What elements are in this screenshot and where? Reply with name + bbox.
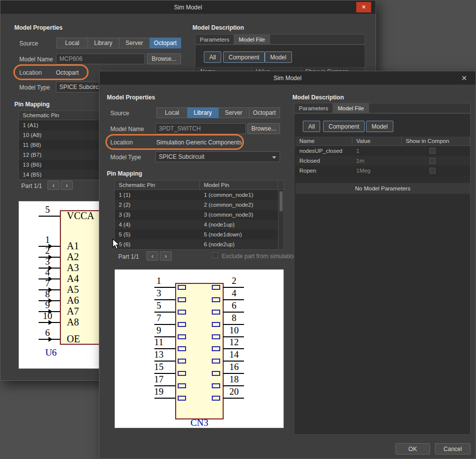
model-name-label: Model Name — [110, 126, 144, 133]
source-library-button[interactable]: Library — [188, 107, 218, 118]
screen: Sim Model ✕ Model Properties Source Loca… — [0, 0, 476, 459]
pin-number: 11 — [146, 337, 171, 347]
pin-pad — [212, 285, 220, 290]
column-name[interactable]: Name — [295, 137, 352, 145]
show-in-component-checkbox[interactable] — [429, 148, 435, 154]
previous-part-button[interactable]: ‹ — [146, 251, 158, 261]
table-header: Name Value Show in Compon — [295, 137, 470, 146]
column-value[interactable]: Value — [352, 137, 402, 145]
source-server-button[interactable]: Server — [219, 107, 249, 118]
pin-number: 9 — [146, 325, 171, 335]
pin-label: A4 — [67, 274, 79, 283]
titlebar[interactable]: Sim Model ✕ — [99, 71, 476, 85]
parameter-row[interactable]: Ropen 1Meg — [295, 166, 470, 176]
pin-pad — [212, 334, 220, 339]
source-octopart-button[interactable]: Octopart — [150, 38, 181, 48]
model-description-heading: Model Description — [292, 94, 344, 101]
source-label: Source — [110, 110, 129, 117]
table-row[interactable]: 3 (3) 3 (common_node3) — [115, 210, 284, 220]
parameter-row[interactable]: Rclosed 1m — [295, 156, 470, 166]
model-type-dropdown[interactable]: SPICE Subcircuit — [155, 151, 280, 162]
pin-label: VCCA — [67, 211, 95, 221]
show-in-component-checkbox[interactable] — [429, 158, 435, 164]
filter-all-button[interactable]: All — [303, 121, 320, 132]
model-type-label: Model Type — [19, 84, 50, 91]
pin-label: A2 — [67, 252, 79, 262]
pin-number: 18 — [222, 374, 246, 384]
pin-number: 5 — [146, 301, 171, 310]
close-icon[interactable]: ✕ — [459, 73, 470, 83]
tab-parameters[interactable]: Parameters — [294, 103, 333, 113]
model-properties-heading: Model Properties — [107, 94, 155, 101]
ok-button[interactable]: OK — [395, 443, 430, 455]
previous-part-button[interactable]: ‹ — [48, 181, 59, 190]
source-library-button[interactable]: Library — [88, 38, 119, 48]
tab-model-file[interactable]: Model File — [234, 35, 270, 44]
model-name-input[interactable]: 3PDT_SWITCH — [155, 123, 246, 134]
pin-number: 2 — [222, 276, 246, 285]
table-row[interactable]: 5 (5) 5 (node1down) — [115, 230, 284, 239]
description-tab-bar: Parameters Model File — [294, 103, 471, 113]
column-show-in-component[interactable]: Show in Compon — [402, 137, 470, 145]
pin-pad — [212, 396, 220, 401]
pin-mapping-heading: Pin Mapping — [107, 170, 142, 177]
pin-pad — [178, 371, 186, 376]
parameter-row[interactable]: nodesUP_closed 1 — [295, 146, 470, 156]
pin-pad — [212, 383, 220, 388]
pin-number: 7 — [37, 278, 58, 288]
model-name-label: Model Name — [19, 56, 53, 63]
filter-model-button[interactable]: Model — [366, 121, 393, 132]
column-schematic-pin[interactable]: Schematic Pin — [19, 111, 103, 120]
next-part-button[interactable]: › — [61, 181, 73, 190]
schematic-preview: 1 3 5 7 9 11 13 15 17 19 2 4 6 8 10 12 1… — [114, 269, 284, 428]
column-schematic-pin[interactable]: Schematic Pin — [115, 181, 200, 189]
pin-pad — [212, 371, 220, 376]
pin-pad — [178, 310, 186, 315]
pin-number: 4 — [222, 288, 246, 298]
titlebar[interactable]: Sim Model ✕ — [0, 0, 376, 14]
tab-model-file[interactable]: Model File — [333, 103, 369, 113]
browse-button[interactable]: Browse... — [147, 53, 181, 64]
scrollbar-thumb[interactable] — [280, 191, 283, 211]
pin-number: 6 — [222, 301, 246, 310]
exclude-part-label: Exclude part from simulation — [222, 253, 296, 260]
mouse-cursor-icon — [112, 238, 121, 250]
location-value: Simulation Generic Components — [156, 139, 242, 146]
tab-parameters[interactable]: Parameters — [195, 35, 234, 44]
filter-all-button[interactable]: All — [204, 51, 221, 63]
exclude-part-checkbox[interactable] — [212, 252, 218, 258]
model-type-value: SPICE Subcircuit — [59, 84, 105, 91]
source-label: Source — [19, 40, 38, 47]
pin-pad — [178, 334, 186, 339]
model-type-label: Model Type — [110, 154, 141, 161]
filter-component-button[interactable]: Component — [323, 121, 365, 132]
pin-number: 8 — [37, 289, 58, 299]
column-model-pin[interactable]: Model Pin — [200, 181, 278, 189]
pin-label: OE — [67, 334, 80, 344]
browse-button[interactable]: Browse... — [247, 123, 280, 134]
source-local-button[interactable]: Local — [156, 107, 188, 118]
close-icon[interactable]: ✕ — [356, 2, 371, 12]
source-server-button[interactable]: Server — [119, 38, 150, 48]
model-name-input[interactable]: MCP606 — [56, 53, 145, 64]
table-row[interactable]: 4 (4) 4 (node1up) — [115, 220, 284, 230]
pin-number: 16 — [222, 362, 246, 371]
vertical-scrollbar[interactable] — [278, 190, 284, 249]
cancel-button[interactable]: Cancel — [435, 443, 471, 455]
source-segmented-control: Local Library Server Octopart — [56, 38, 181, 48]
pin-pad — [178, 396, 186, 401]
filter-component-button[interactable]: Component — [223, 51, 265, 63]
filter-model-button[interactable]: Model — [265, 51, 292, 63]
source-octopart-button[interactable]: Octopart — [249, 107, 280, 118]
table-row[interactable]: 1 (1) 1 (common_node1) — [115, 190, 284, 200]
pin-number: 1 — [146, 276, 171, 285]
pin-pad — [212, 310, 220, 315]
show-in-component-checkbox[interactable] — [429, 168, 435, 174]
pin-label: A7 — [67, 306, 79, 316]
dialog-title: Sim Model — [0, 0, 376, 14]
table-row[interactable]: 6 (6) 6 (node2up) — [115, 239, 284, 249]
table-row[interactable]: 2 (2) 2 (common_node2) — [115, 200, 284, 210]
next-part-button[interactable]: › — [160, 251, 172, 261]
source-local-button[interactable]: Local — [56, 38, 88, 48]
no-model-parameters-message: No Model Parameters — [295, 183, 470, 194]
